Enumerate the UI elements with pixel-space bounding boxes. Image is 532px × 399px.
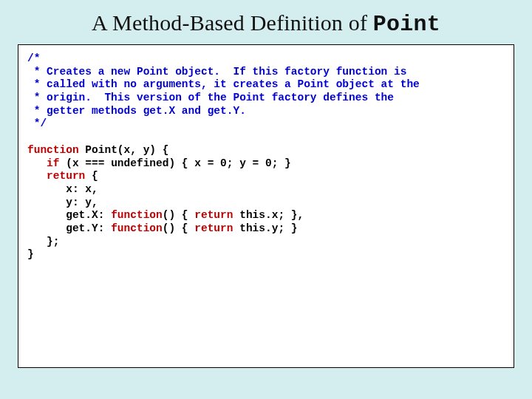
title-mono: Point bbox=[373, 12, 440, 37]
code-text: Point(x, y) { bbox=[79, 144, 169, 156]
comment-close: */ bbox=[27, 117, 47, 129]
title-text: A Method-Based Definition of bbox=[92, 10, 373, 35]
comment-line: * called with no arguments, it creates a… bbox=[27, 78, 420, 90]
kw-function: function bbox=[27, 144, 79, 156]
code-text: }; bbox=[27, 236, 60, 248]
comment-line: * getter methods get.X and get.Y. bbox=[27, 105, 246, 117]
kw-if: if bbox=[47, 157, 59, 169]
slide-title: A Method-Based Definition of Point bbox=[18, 10, 514, 37]
code-block: /* * Creates a new Point object. If this… bbox=[27, 52, 505, 262]
code-text: (x === undefined) { x = 0; y = 0; } bbox=[60, 157, 291, 169]
code-text: () { bbox=[163, 209, 195, 221]
code-box: /* * Creates a new Point object. If this… bbox=[18, 44, 514, 368]
code-text: x: x, bbox=[27, 183, 98, 195]
code-text: () { bbox=[163, 222, 195, 234]
comment-line: * Creates a new Point object. If this fa… bbox=[27, 66, 406, 78]
comment-line: * origin. This version of the Point fact… bbox=[27, 92, 394, 103]
comment-open: /* bbox=[27, 52, 40, 64]
kw-return: return bbox=[47, 170, 85, 182]
kw-function: function bbox=[111, 222, 163, 234]
kw-function: function bbox=[111, 209, 163, 221]
code-text: y: y, bbox=[27, 197, 98, 208]
code-text: this.y; } bbox=[233, 222, 297, 234]
code-text: get.Y: bbox=[27, 222, 111, 234]
code-text: this.x; }, bbox=[233, 209, 304, 221]
kw-return: return bbox=[194, 222, 233, 234]
kw-return: return bbox=[194, 209, 233, 221]
slide: A Method-Based Definition of Point /* * … bbox=[0, 0, 532, 399]
code-text: get.X: bbox=[27, 209, 111, 221]
code-text: } bbox=[27, 248, 34, 260]
code-text: { bbox=[85, 170, 98, 182]
